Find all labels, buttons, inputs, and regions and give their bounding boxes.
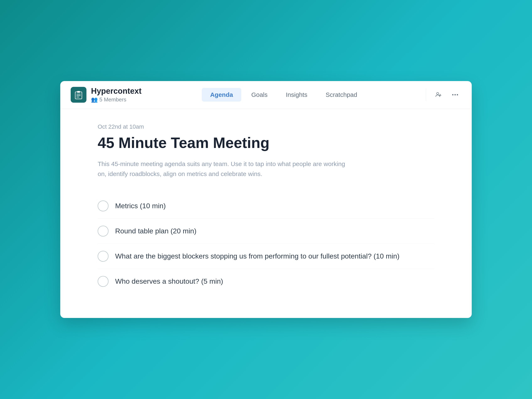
- brand-area: Hypercontext 👥 5 Members: [71, 87, 141, 103]
- agenda-item[interactable]: Who deserves a shoutout? (5 min): [98, 269, 434, 294]
- tab-scratchpad[interactable]: Scratchpad: [317, 88, 366, 102]
- add-person-icon: [435, 92, 442, 98]
- app-name: Hypercontext: [91, 87, 141, 95]
- tab-goals[interactable]: Goals: [243, 88, 276, 102]
- members-label: 5 Members: [99, 96, 126, 103]
- tab-agenda[interactable]: Agenda: [202, 88, 241, 102]
- svg-point-5: [437, 93, 439, 95]
- ellipsis-icon: [452, 94, 458, 95]
- clipboard-icon: [74, 90, 83, 99]
- header: Hypercontext 👥 5 Members Agenda Goals In…: [60, 81, 472, 109]
- meeting-title: 45 Minute Team Meeting: [98, 134, 434, 152]
- brand-text: Hypercontext 👥 5 Members: [91, 87, 141, 103]
- members-row: 👥 5 Members: [91, 96, 141, 103]
- more-options-button[interactable]: [449, 89, 461, 101]
- header-actions: [426, 89, 461, 101]
- svg-rect-1: [77, 91, 80, 93]
- agenda-checkbox-2[interactable]: [98, 226, 108, 236]
- agenda-text-1: Metrics (10 min): [115, 201, 166, 211]
- svg-point-8: [452, 94, 453, 95]
- agenda-text-4: Who deserves a shoutout? (5 min): [115, 276, 223, 286]
- agenda-checkbox-1[interactable]: [98, 201, 108, 211]
- agenda-item[interactable]: Round table plan (20 min): [98, 219, 434, 244]
- tab-insights[interactable]: Insights: [278, 88, 316, 102]
- agenda-text-2: Round table plan (20 min): [115, 226, 196, 236]
- agenda-item[interactable]: What are the biggest blockers stopping u…: [98, 244, 434, 269]
- agenda-text-3: What are the biggest blockers stopping u…: [115, 251, 399, 261]
- main-card: Hypercontext 👥 5 Members Agenda Goals In…: [60, 81, 472, 318]
- agenda-checkbox-3[interactable]: [98, 251, 108, 262]
- svg-point-9: [455, 94, 456, 95]
- agenda-list: Metrics (10 min)Round table plan (20 min…: [98, 193, 434, 294]
- main-content: Oct 22nd at 10am 45 Minute Team Meeting …: [60, 109, 472, 318]
- app-icon: [71, 87, 86, 103]
- meeting-date: Oct 22nd at 10am: [98, 123, 434, 130]
- agenda-item[interactable]: Metrics (10 min): [98, 193, 434, 219]
- agenda-checkbox-4[interactable]: [98, 276, 108, 287]
- add-member-button[interactable]: [432, 89, 445, 101]
- svg-point-10: [457, 94, 458, 95]
- nav-tabs: Agenda Goals Insights Scratchpad: [150, 88, 418, 102]
- members-icon: 👥: [91, 96, 98, 103]
- meeting-description: This 45-minute meeting agenda suits any …: [98, 159, 347, 179]
